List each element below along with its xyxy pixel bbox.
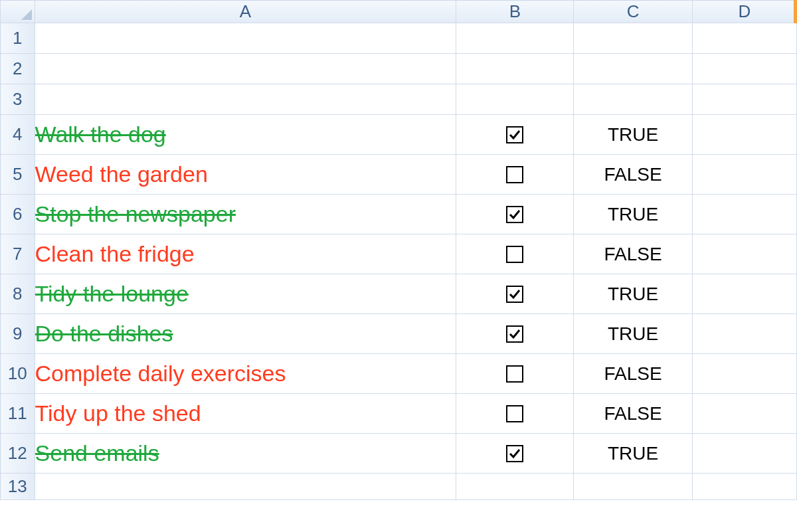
cell-C13[interactable] (574, 474, 692, 500)
cell-D11[interactable] (692, 394, 796, 434)
task-text: Weed the garden (35, 161, 208, 187)
cell-C5[interactable]: FALSE (574, 155, 692, 195)
cell-D13[interactable] (692, 474, 796, 500)
column-edge-indicator (794, 0, 797, 23)
task-text: Send emails (35, 440, 159, 466)
row-header-8[interactable]: 8 (1, 274, 35, 314)
cell-C1[interactable] (574, 23, 692, 54)
task-text: Complete daily exercises (35, 361, 286, 386)
cell-A5[interactable]: Weed the garden (35, 155, 456, 195)
cell-A4[interactable]: Walk the dog (35, 115, 456, 155)
cell-B12[interactable] (456, 434, 574, 474)
row-header-11[interactable]: 11 (1, 394, 35, 434)
row-header-9[interactable]: 9 (1, 314, 35, 354)
col-header-B[interactable]: B (456, 1, 574, 23)
row-header-12[interactable]: 12 (1, 434, 35, 474)
cell-D5[interactable] (692, 155, 796, 195)
cell-A2[interactable] (35, 54, 456, 84)
cell-D3[interactable] (692, 84, 796, 115)
task-text: Tidy up the shed (35, 400, 201, 426)
cell-B2[interactable] (456, 54, 574, 84)
cell-A12[interactable]: Send emails (35, 434, 456, 474)
linked-value: TRUE (608, 124, 658, 145)
row-header-4[interactable]: 4 (1, 115, 35, 155)
cell-A8[interactable]: Tidy the lounge (35, 274, 456, 314)
cell-B11[interactable] (456, 394, 574, 434)
task-checkbox[interactable] (506, 405, 523, 422)
task-checkbox[interactable] (506, 166, 523, 183)
linked-value: FALSE (604, 403, 662, 424)
linked-value: FALSE (604, 363, 662, 384)
cell-C3[interactable] (574, 84, 692, 115)
row-header-5[interactable]: 5 (1, 155, 35, 195)
cell-B5[interactable] (456, 155, 574, 195)
cell-C12[interactable]: TRUE (574, 434, 692, 474)
svg-marker-0 (21, 9, 32, 20)
task-checkbox[interactable] (506, 126, 523, 143)
linked-value: FALSE (604, 164, 662, 185)
row-header-6[interactable]: 6 (1, 195, 35, 234)
col-header-A[interactable]: A (35, 1, 456, 23)
task-checkbox[interactable] (506, 286, 523, 303)
cell-C4[interactable]: TRUE (574, 115, 692, 155)
task-checkbox[interactable] (506, 365, 523, 383)
cell-B6[interactable] (456, 195, 574, 234)
cell-D1[interactable] (692, 23, 796, 54)
cell-A10[interactable]: Complete daily exercises (35, 354, 456, 394)
cell-D4[interactable] (692, 115, 796, 155)
spreadsheet-grid[interactable]: A B C D 1 2 3 4 (0, 0, 797, 500)
task-text: Walk the dog (35, 122, 166, 147)
select-all-corner[interactable] (1, 1, 35, 23)
cell-A13[interactable] (35, 474, 456, 500)
cell-B8[interactable] (456, 274, 574, 314)
linked-value: TRUE (608, 284, 658, 304)
cell-C9[interactable]: TRUE (574, 314, 692, 354)
cell-A3[interactable] (35, 84, 456, 115)
cell-B4[interactable] (456, 115, 574, 155)
row-header-1[interactable]: 1 (1, 23, 35, 54)
cell-C6[interactable]: TRUE (574, 195, 692, 234)
task-checkbox[interactable] (506, 325, 523, 343)
linked-value: FALSE (604, 244, 662, 264)
cell-D8[interactable] (692, 274, 796, 314)
col-header-C[interactable]: C (574, 1, 692, 23)
cell-D2[interactable] (692, 54, 796, 84)
cell-C2[interactable] (574, 54, 692, 84)
row-header-10[interactable]: 10 (1, 354, 35, 394)
cell-D6[interactable] (692, 195, 796, 234)
task-text: Do the dishes (35, 321, 173, 346)
cell-D9[interactable] (692, 314, 796, 354)
cell-A11[interactable]: Tidy up the shed (35, 394, 456, 434)
cell-B13[interactable] (456, 474, 574, 500)
cell-C11[interactable]: FALSE (574, 394, 692, 434)
cell-B7[interactable] (456, 234, 574, 274)
task-text: Tidy the lounge (35, 281, 189, 306)
task-text: Stop the newspaper (35, 201, 236, 226)
row-header-7[interactable]: 7 (1, 234, 35, 274)
cell-B3[interactable] (456, 84, 574, 115)
cell-A6[interactable]: Stop the newspaper (35, 195, 456, 234)
cell-D12[interactable] (692, 434, 796, 474)
cell-B9[interactable] (456, 314, 574, 354)
cell-B10[interactable] (456, 354, 574, 394)
row-header-3[interactable]: 3 (1, 84, 35, 115)
cell-C7[interactable]: FALSE (574, 234, 692, 274)
row-header-13[interactable]: 13 (1, 474, 35, 500)
row-header-2[interactable]: 2 (1, 54, 35, 84)
linked-value: TRUE (608, 323, 658, 344)
cell-A9[interactable]: Do the dishes (35, 314, 456, 354)
col-header-D[interactable]: D (692, 1, 796, 23)
task-text: Clean the fridge (35, 241, 195, 266)
linked-value: TRUE (608, 443, 658, 464)
cell-C8[interactable]: TRUE (574, 274, 692, 314)
cell-B1[interactable] (456, 23, 574, 54)
linked-value: TRUE (608, 204, 658, 224)
cell-D7[interactable] (692, 234, 796, 274)
cell-C10[interactable]: FALSE (574, 354, 692, 394)
task-checkbox[interactable] (506, 445, 523, 462)
cell-A7[interactable]: Clean the fridge (35, 234, 456, 274)
task-checkbox[interactable] (506, 206, 523, 223)
cell-A1[interactable] (35, 23, 456, 54)
task-checkbox[interactable] (506, 246, 523, 263)
cell-D10[interactable] (692, 354, 796, 394)
